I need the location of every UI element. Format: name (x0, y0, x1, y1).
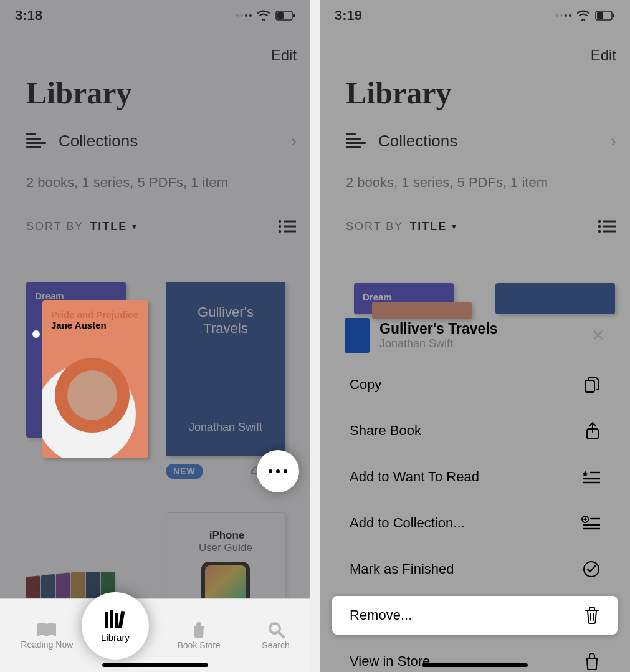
divider (346, 161, 618, 161)
menu-remove[interactable]: Remove... (332, 596, 618, 635)
bag-outline-icon (584, 652, 600, 671)
svg-rect-19 (603, 221, 616, 223)
svg-point-22 (598, 230, 601, 233)
sheet-author: Jonathan Swift (379, 337, 498, 350)
status-icons (236, 10, 295, 21)
svg-line-10 (279, 633, 284, 637)
menu-share[interactable]: Share Book (332, 411, 618, 450)
sort-label: SORT BY (26, 220, 84, 233)
svg-rect-11 (105, 612, 108, 628)
home-indicator[interactable] (422, 663, 528, 667)
chevron-down-icon: ▾ (132, 221, 136, 231)
collections-icon (26, 133, 46, 148)
status-time: 3:19 (335, 7, 362, 24)
sheet-title: Gulliver's Travels (379, 320, 498, 337)
menu-add-collection[interactable]: Add to Collection... (332, 504, 618, 542)
search-icon (267, 621, 285, 638)
checkmark-circle-icon (583, 560, 600, 578)
svg-point-18 (598, 220, 601, 223)
page-title: Library (26, 75, 131, 111)
status-icons (556, 10, 615, 21)
page-title: Library (346, 75, 451, 111)
chevron-down-icon: ▾ (452, 221, 456, 231)
share-icon (585, 421, 600, 440)
menu-want-to-read[interactable]: Add to Want To Read (332, 458, 618, 496)
library-summary: 2 books, 1 series, 5 PDFs, 1 item (346, 175, 548, 191)
svg-rect-24 (585, 380, 594, 392)
svg-rect-14 (118, 610, 125, 628)
svg-rect-8 (284, 231, 296, 233)
svg-rect-4 (284, 221, 296, 223)
svg-rect-21 (603, 226, 616, 228)
svg-rect-1 (277, 12, 284, 19)
status-time: 3:18 (15, 7, 42, 24)
book-thumbnail (345, 318, 370, 353)
screen-right: 3:19 Edit Library Collections › 2 books,… (320, 0, 630, 672)
svg-rect-17 (613, 14, 614, 17)
close-icon[interactable]: ✕ (591, 326, 605, 345)
book-gullivers-travels[interactable] (495, 283, 615, 314)
svg-rect-12 (110, 610, 113, 628)
collections-label: Collections (378, 132, 457, 151)
sort-value[interactable]: TITLE (90, 220, 127, 233)
collections-icon (346, 133, 366, 148)
tab-reading-now[interactable]: Reading Now (21, 622, 73, 650)
collections-label: Collections (59, 132, 138, 151)
star-list-icon (581, 470, 600, 484)
collections-row[interactable]: Collections › (26, 125, 297, 157)
svg-point-5 (279, 225, 281, 228)
cell-signal-icon (236, 14, 252, 17)
sort-value[interactable]: TITLE (409, 220, 447, 233)
status-bar: 3:18 (0, 0, 310, 31)
svg-rect-13 (115, 613, 118, 628)
battery-icon (595, 11, 615, 21)
book-gullivers-travels[interactable]: Gulliver's Travels Jonathan Swift (166, 282, 285, 456)
book-open-icon (36, 622, 57, 638)
collections-row[interactable]: Collections › (346, 125, 616, 157)
menu-view-store[interactable]: View in Store (332, 642, 618, 672)
divider (26, 161, 298, 161)
svg-rect-2 (293, 14, 295, 17)
battery-icon (275, 11, 295, 21)
tab-search[interactable]: Search (262, 621, 289, 650)
context-menu: Copy Share Book Add to Want To Read Add … (332, 365, 618, 672)
more-options-button[interactable] (257, 450, 299, 492)
cell-signal-icon (556, 14, 571, 17)
wifi-icon (257, 10, 270, 21)
svg-rect-16 (597, 12, 603, 19)
chevron-right-icon: › (291, 132, 297, 151)
list-view-icon[interactable] (278, 219, 297, 233)
sort-label: SORT BY (346, 220, 403, 233)
context-sheet: Gulliver's Travels Jonathan Swift ✕ Copy… (332, 312, 618, 672)
svg-rect-6 (284, 226, 296, 228)
menu-mark-finished[interactable]: Mark as Finished (332, 550, 618, 588)
divider (26, 120, 298, 120)
iphone-guide-title: iPhone (207, 529, 245, 542)
screen-left: 3:18 Edit Library Collections › 2 books,… (0, 0, 310, 672)
home-indicator[interactable] (102, 663, 208, 667)
svg-rect-23 (603, 231, 616, 233)
trash-icon (584, 606, 600, 625)
divider (346, 120, 618, 120)
edit-button[interactable]: Edit (591, 47, 616, 64)
sort-row: SORT BY TITLE ▾ (26, 219, 297, 233)
copy-icon (584, 376, 600, 393)
sort-row: SORT BY TITLE ▾ (346, 219, 616, 233)
list-view-icon[interactable] (598, 219, 616, 233)
bag-icon (190, 621, 208, 638)
book-pride-prejudice[interactable]: Pride and Prejudice Jane Austen (42, 300, 148, 458)
edit-button[interactable]: Edit (271, 47, 297, 64)
library-summary: 2 books, 1 series, 5 PDFs, 1 item (26, 175, 228, 191)
svg-point-7 (279, 230, 281, 233)
chevron-right-icon: › (611, 132, 616, 151)
status-bar: 3:19 (320, 0, 630, 31)
svg-point-20 (598, 225, 601, 228)
tab-bar: Reading Now x Book Store Search (0, 598, 310, 672)
tab-library[interactable]: Library (82, 592, 149, 660)
menu-copy[interactable]: Copy (332, 365, 618, 404)
new-badge: NEW (166, 464, 203, 479)
tab-book-store[interactable]: Book Store (178, 621, 221, 650)
svg-point-3 (279, 220, 281, 223)
plus-list-icon (581, 516, 600, 530)
wifi-icon (576, 10, 590, 21)
